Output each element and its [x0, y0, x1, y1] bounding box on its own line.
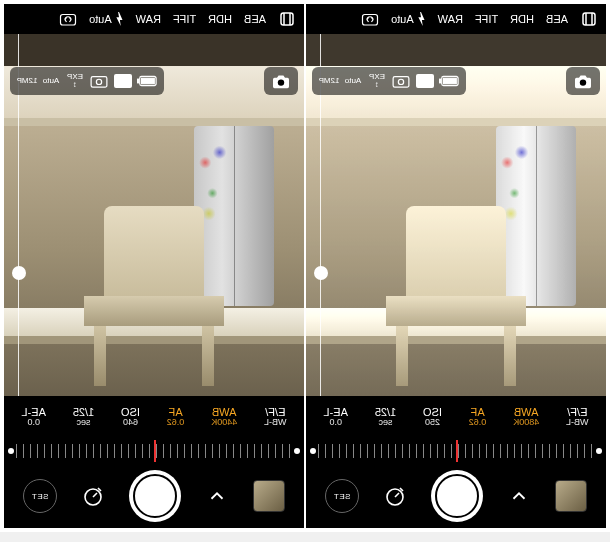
bottom-controls: SET: [306, 464, 606, 528]
exp-chip[interactable]: EXP↕: [366, 73, 388, 89]
svg-rect-14: [444, 78, 457, 83]
mode-hdr[interactable]: HDR: [208, 13, 232, 25]
camera-small-icon[interactable]: [88, 70, 110, 92]
param-iso[interactable]: ISO640: [121, 406, 140, 428]
timer-button[interactable]: [381, 482, 409, 510]
mode-raw[interactable]: RAW: [136, 13, 161, 25]
auto-chip[interactable]: Auto: [342, 77, 364, 85]
shutter-button[interactable]: [431, 470, 483, 522]
mode-aeb[interactable]: AEB: [244, 13, 266, 25]
switch-camera-icon[interactable]: [59, 10, 77, 28]
flash-icon[interactable]: Auto: [391, 12, 426, 26]
param-ae-lock[interactable]: AE-L0.0: [323, 406, 347, 428]
value-ruler[interactable]: [4, 438, 304, 464]
ruler-endpoint-left: [310, 448, 316, 454]
param-wb-lock[interactable]: E/F/WB-L: [264, 406, 287, 428]
flash-icon[interactable]: Auto: [89, 12, 124, 26]
mode-tiff[interactable]: TIFF: [173, 13, 196, 25]
svg-rect-15: [416, 74, 434, 88]
gallery-thumbnail[interactable]: [555, 480, 587, 512]
param-ae-lock[interactable]: AE-L0.0: [21, 406, 45, 428]
svg-point-8: [278, 79, 284, 85]
svg-rect-11: [363, 15, 378, 26]
bottom-controls: SET: [4, 464, 304, 528]
mode-tiff[interactable]: TIFF: [475, 13, 498, 25]
res-chip[interactable]: 12MP: [318, 77, 340, 85]
svg-rect-5: [114, 74, 132, 88]
ruler-indicator[interactable]: [456, 440, 458, 462]
camera-pane-left: AEB HDR TIFF RAW Auto: [4, 4, 304, 528]
svg-point-18: [580, 79, 586, 85]
quick-settings-bar: EXP↕ Auto 12MP: [312, 67, 466, 95]
svg-rect-1: [61, 15, 76, 26]
timer-button[interactable]: [79, 482, 107, 510]
viewfinder[interactable]: EXP↕ Auto 12MP: [306, 34, 606, 396]
expand-up-button[interactable]: [505, 482, 533, 510]
res-chip[interactable]: 12MP: [16, 77, 38, 85]
svg-point-7: [96, 79, 101, 84]
shutter-button[interactable]: [129, 470, 181, 522]
param-shutter[interactable]: 1/25sec: [375, 406, 396, 428]
param-af[interactable]: AF0.62: [167, 406, 185, 428]
viewfinder[interactable]: EXP↕ Auto 12MP: [4, 34, 304, 396]
parameter-row: E/F/WB-L AWB4800K AF0.62 ISO250 1/25sec …: [306, 396, 606, 438]
camera-small-icon[interactable]: [390, 70, 412, 92]
mode-aeb[interactable]: AEB: [546, 13, 568, 25]
mode-hdr[interactable]: HDR: [510, 13, 534, 25]
svg-point-17: [398, 79, 403, 84]
param-wb-lock[interactable]: E/F/WB-L: [566, 406, 589, 428]
aspect-icon[interactable]: [414, 70, 436, 92]
ruler-endpoint-left: [8, 448, 14, 454]
top-mode-bar: AEB HDR TIFF RAW Auto: [306, 4, 606, 34]
param-af[interactable]: AF0.62: [469, 406, 487, 428]
svg-rect-16: [393, 77, 409, 88]
mode-raw[interactable]: RAW: [438, 13, 463, 25]
svg-rect-4: [142, 78, 155, 83]
param-awb[interactable]: AWB4400K: [211, 406, 237, 428]
auto-chip[interactable]: Auto: [40, 77, 62, 85]
svg-rect-0: [281, 13, 293, 25]
exposure-knob[interactable]: [314, 266, 328, 280]
capture-mode-icon[interactable]: [566, 67, 600, 95]
param-iso[interactable]: ISO250: [423, 406, 442, 428]
switch-camera-icon[interactable]: [361, 10, 379, 28]
svg-rect-13: [439, 79, 441, 83]
ruler-endpoint-right: [596, 448, 602, 454]
bracket-mode-icon[interactable]: [580, 10, 598, 28]
aspect-icon[interactable]: [112, 70, 134, 92]
set-button[interactable]: SET: [23, 479, 57, 513]
comparison-container: AEB HDR TIFF RAW Auto: [0, 0, 610, 532]
top-mode-bar: AEB HDR TIFF RAW Auto: [4, 4, 304, 34]
set-button[interactable]: SET: [325, 479, 359, 513]
svg-rect-10: [583, 13, 595, 25]
svg-rect-6: [91, 77, 107, 88]
value-ruler[interactable]: [306, 438, 606, 464]
battery-icon: [438, 70, 460, 92]
gallery-thumbnail[interactable]: [253, 480, 285, 512]
battery-icon: [136, 70, 158, 92]
capture-mode-icon[interactable]: [264, 67, 298, 95]
svg-rect-3: [137, 79, 139, 83]
exp-chip[interactable]: EXP↕: [64, 73, 86, 89]
expand-up-button[interactable]: [203, 482, 231, 510]
quick-settings-bar: EXP↕ Auto 12MP: [10, 67, 164, 95]
bracket-mode-icon[interactable]: [278, 10, 296, 28]
param-awb[interactable]: AWB4800K: [513, 406, 539, 428]
param-shutter[interactable]: 1/25sec: [73, 406, 94, 428]
ruler-indicator[interactable]: [154, 440, 156, 462]
parameter-row: E/F/WB-L AWB4400K AF0.62 ISO640 1/25sec …: [4, 396, 304, 438]
ruler-endpoint-right: [294, 448, 300, 454]
camera-pane-right: AEB HDR TIFF RAW Auto: [306, 4, 606, 528]
exposure-knob[interactable]: [12, 266, 26, 280]
